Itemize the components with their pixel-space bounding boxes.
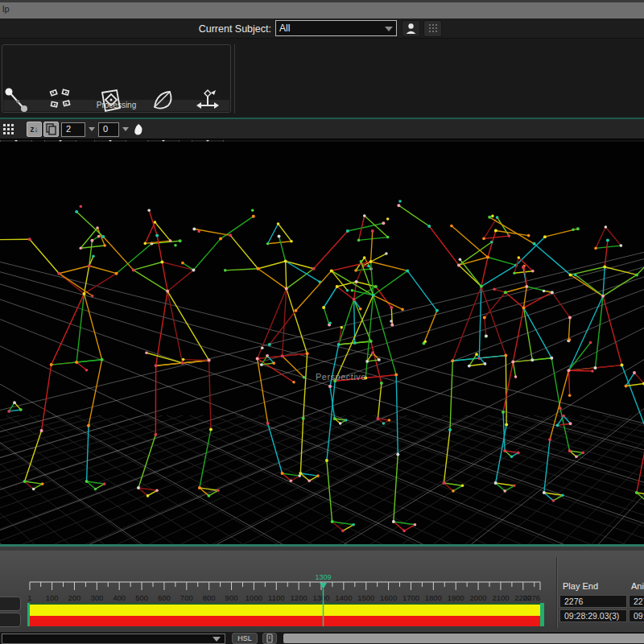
svg-text:1400: 1400 bbox=[335, 593, 352, 602]
svg-text:1600: 1600 bbox=[380, 593, 397, 602]
marker-pen-icon[interactable] bbox=[132, 122, 145, 137]
svg-text:1700: 1700 bbox=[402, 593, 419, 602]
anim-label: Anim bbox=[631, 581, 644, 591]
view-layout-icon[interactable] bbox=[2, 123, 15, 136]
pages-toggle[interactable] bbox=[43, 122, 59, 137]
viewport-view-label: Perspective bbox=[316, 372, 366, 382]
svg-text:1000: 1000 bbox=[246, 593, 262, 602]
svg-text:1800: 1800 bbox=[425, 593, 442, 602]
timeline-fields-divider bbox=[556, 557, 558, 628]
status-bar: HSL bbox=[0, 631, 644, 644]
spin1-chevron-icon[interactable] bbox=[89, 127, 95, 131]
solve-solving-icon bbox=[149, 86, 178, 117]
subject-bar: Current Subject: All bbox=[0, 19, 644, 39]
subject-person-button[interactable] bbox=[402, 20, 420, 37]
svg-text:400: 400 bbox=[113, 593, 126, 602]
spin-field-1[interactable]: 2 bbox=[61, 122, 85, 137]
auto-label-icon bbox=[46, 86, 75, 117]
svg-text:800: 800 bbox=[203, 593, 216, 602]
chevron-down-icon bbox=[213, 637, 221, 642]
timeline-panel: 1100200300400500600700800900100011001200… bbox=[0, 551, 644, 631]
reconstruct-icon bbox=[2, 86, 31, 117]
retarget-icon bbox=[193, 86, 222, 117]
current-subject-label: Current Subject: bbox=[199, 23, 271, 35]
status-dropdown[interactable] bbox=[2, 634, 225, 644]
3d-viewport-perspective[interactable] bbox=[0, 142, 644, 544]
application-window: lp Current Subject: All P bbox=[0, 0, 644, 644]
svg-text:600: 600 bbox=[158, 593, 171, 602]
pages-icon bbox=[44, 122, 58, 136]
status-progress-bar[interactable] bbox=[283, 634, 644, 643]
svg-text:300: 300 bbox=[90, 593, 103, 602]
svg-text:2000: 2000 bbox=[470, 593, 487, 602]
view-toolbar: z↓ 2 0 bbox=[0, 119, 644, 140]
svg-text:1900: 1900 bbox=[448, 593, 464, 602]
hsl-button[interactable]: HSL bbox=[232, 633, 258, 644]
menu-item-help-fragment[interactable]: lp bbox=[2, 4, 10, 14]
svg-text:1200: 1200 bbox=[291, 593, 308, 602]
chevron-down-icon bbox=[385, 27, 393, 31]
svg-text:1309: 1309 bbox=[315, 573, 331, 581]
ribbon-separator bbox=[234, 44, 235, 114]
subject-grid-button[interactable] bbox=[423, 20, 442, 37]
person-icon bbox=[402, 21, 419, 36]
current-subject-dropdown[interactable]: All bbox=[275, 20, 397, 36]
timeline-ruler[interactable]: 1100200300400500600700800900100011001200… bbox=[0, 551, 644, 631]
solve-labeling-icon bbox=[96, 86, 125, 117]
play-end-label: Play End bbox=[563, 581, 598, 591]
spin2-chevron-icon[interactable] bbox=[122, 127, 129, 131]
anim-frame-field[interactable]: 2276 bbox=[629, 595, 644, 608]
svg-text:500: 500 bbox=[135, 593, 148, 602]
menu-bar: lp bbox=[0, 2, 644, 19]
play-end-frame-field[interactable]: 2276 bbox=[559, 595, 627, 608]
svg-text:100: 100 bbox=[46, 593, 59, 602]
anim-time-field[interactable]: 09:28:29.03(3) bbox=[629, 609, 644, 622]
svg-text:1100: 1100 bbox=[268, 593, 284, 602]
spin-field-2[interactable]: 0 bbox=[98, 122, 119, 137]
svg-text:700: 700 bbox=[180, 593, 193, 602]
svg-text:1: 1 bbox=[27, 593, 31, 602]
ribbon-processing: Processing Reconstruct A bbox=[0, 39, 644, 118]
grid-dots-icon bbox=[424, 21, 441, 36]
mocap-scene bbox=[0, 142, 644, 544]
sort-z-toggle[interactable]: z↓ bbox=[27, 122, 42, 137]
svg-text:2276: 2276 bbox=[523, 593, 540, 602]
svg-text:1300: 1300 bbox=[312, 593, 329, 602]
current-subject-value: All bbox=[279, 23, 290, 34]
svg-text:1500: 1500 bbox=[357, 593, 374, 602]
log-button[interactable] bbox=[262, 633, 277, 644]
svg-text:2100: 2100 bbox=[492, 593, 509, 602]
play-end-time-field[interactable]: 09:28:29.03(3) bbox=[559, 609, 627, 622]
page-icon bbox=[263, 634, 276, 643]
svg-text:900: 900 bbox=[225, 593, 238, 602]
svg-text:200: 200 bbox=[68, 593, 81, 602]
